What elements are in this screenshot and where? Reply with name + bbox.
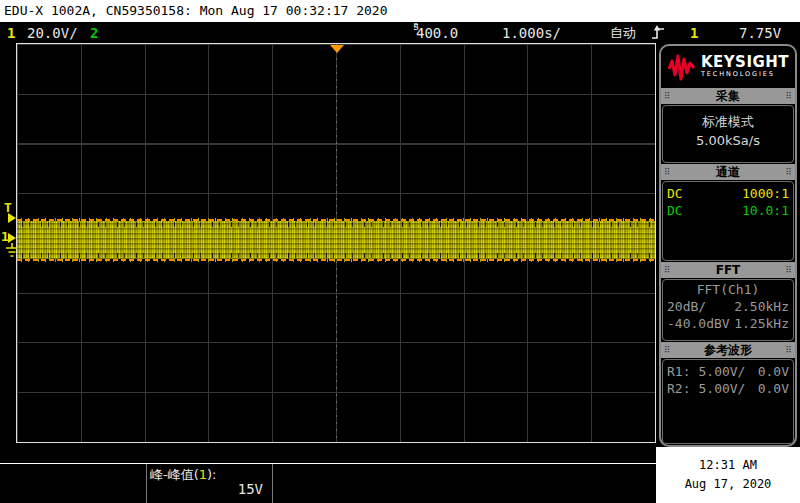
channel2-probe-ratio: 10.0:1 (742, 202, 789, 219)
reference2-scale: 5.00V/ (698, 380, 745, 397)
channels-panel-header: ⠿ 通道 ⠿ (661, 164, 795, 180)
trigger-time-marker-icon (330, 45, 344, 53)
reference-panel: R1:5.00V/ 0.0V R2:5.00V/ 0.0V (662, 359, 794, 444)
reference1-label: R1: (667, 363, 690, 380)
fft-source: FFT(Ch1) (667, 282, 789, 298)
reference2-label: R2: (667, 380, 690, 397)
trigger-level: 7.75V (739, 22, 781, 44)
reference1-offset: 0.0V (758, 363, 789, 380)
measurement-cell-divider-right (272, 464, 273, 503)
grip-icon: ⠿ (785, 266, 792, 275)
grip-icon: ⠿ (785, 92, 792, 101)
measurement-value: 15V (147, 481, 268, 497)
reference-header-label: 参考波形 (704, 342, 752, 359)
sidebar: KEYSIGHT TECHNOLOGIES ⠿ 采集 ⠿ 标准模式 5.00kS… (659, 44, 797, 447)
clock-time: 12:31 AM (656, 456, 800, 475)
channel1-coupling: DC (667, 185, 683, 202)
channel1-position-marker-icon (8, 233, 16, 243)
channel1-noise-waveform (17, 221, 655, 259)
fft-scale: 20dB/ (667, 298, 706, 315)
clock-date: Aug 17, 2020 (656, 475, 800, 494)
reference2-left: R2:5.00V/ (667, 380, 745, 397)
fft-header-label: FFT (716, 263, 741, 277)
fft-span: 2.50kHz (734, 298, 789, 315)
grip-icon: ⠿ (664, 92, 671, 101)
channel1-info-row: DC 1000:1 (667, 185, 789, 202)
sample-rate: 5.00kSa/s (663, 131, 793, 150)
reference-panel-header: ⠿ 参考波形 ⠿ (661, 342, 795, 358)
acquisition-panel: 标准模式 5.00kSa/s (662, 105, 794, 163)
channel2-coupling: DC (667, 202, 683, 219)
grip-icon: ⠿ (664, 168, 671, 177)
reference1-scale: 5.00V/ (698, 363, 745, 380)
acquisition-panel-header: ⠿ 采集 ⠿ (661, 88, 795, 104)
trigger-mode: 自动 (610, 22, 636, 44)
title-bar: EDU-X 1002A, CN59350158: Mon Aug 17 00:3… (0, 0, 800, 22)
measurement-bar-separator (0, 463, 656, 464)
reference1-row: R1:5.00V/ 0.0V (667, 363, 789, 380)
fft-panel-header: ⠿ FFT ⠿ (661, 262, 795, 278)
brand-name: KEYSIGHT (701, 55, 789, 70)
channel2-info-row: DC 10.0:1 (667, 202, 789, 219)
grip-icon: ⠿ (664, 266, 671, 275)
instrument-title: EDU-X 1002A, CN59350158: Mon Aug 17 00:3… (4, 3, 388, 18)
channel1-number: 1 (7, 22, 15, 44)
fft-offset-row: -40.0dBV 1.25kHz (667, 315, 789, 332)
measurement-channel: 1 (199, 467, 207, 482)
timebase-scale: 1.000s/ (502, 22, 561, 44)
delay-value: 400.0 (416, 22, 458, 44)
measurement-label-pre: 峰-峰值( (150, 467, 199, 482)
reference2-row: R2:5.00V/ 0.0V (667, 380, 789, 397)
channel2-number: 2 (90, 22, 98, 44)
trigger-level-marker-icon (8, 213, 16, 223)
measurement-cursor-bottom (17, 259, 655, 261)
channels-header-label: 通道 (716, 164, 740, 181)
fft-center-frequency: 1.25kHz (734, 315, 789, 332)
reference1-left: R1:5.00V/ (667, 363, 745, 380)
keysight-spark-icon (667, 52, 697, 82)
brand-subtitle: TECHNOLOGIES (701, 70, 789, 79)
channel1-scale: 20.0V/ (27, 22, 78, 44)
keysight-logo: KEYSIGHT TECHNOLOGIES (661, 46, 795, 88)
fft-panel: FFT(Ch1) 20dB/ 2.50kHz -40.0dBV 1.25kHz (662, 279, 794, 341)
measurement-cursor-top (17, 219, 655, 221)
delay-unit-base: s (413, 22, 420, 32)
trigger-source: 1 (690, 22, 698, 44)
acquisition-header-label: 采集 (716, 88, 740, 105)
keysight-logo-text: KEYSIGHT TECHNOLOGIES (701, 55, 789, 79)
waveform-texture-top (17, 222, 655, 227)
fft-offset: -40.0dBV (667, 315, 730, 332)
reference2-offset: 0.0V (758, 380, 789, 397)
settings-bar: 1 20.0V/ 2 400.0ns 1.000s/ 自动 1 7.75V (0, 22, 800, 44)
grip-icon: ⠿ (785, 168, 792, 177)
grip-icon: ⠿ (664, 346, 671, 355)
rising-edge-trigger-icon (651, 25, 665, 41)
channels-panel: DC 1000:1 DC 10.0:1 (662, 181, 794, 261)
oscilloscope-screen: EDU-X 1002A, CN59350158: Mon Aug 17 00:3… (0, 0, 800, 503)
channel1-probe-ratio: 1000:1 (742, 185, 789, 202)
acquisition-mode: 标准模式 (663, 112, 793, 131)
clock-area: 12:31 AM Aug 17, 2020 (656, 447, 800, 503)
grip-icon: ⠿ (785, 346, 792, 355)
fft-scale-row: 20dB/ 2.50kHz (667, 298, 789, 315)
measurement-label-post: ): (207, 467, 216, 482)
waveform-texture-bottom (17, 253, 655, 258)
